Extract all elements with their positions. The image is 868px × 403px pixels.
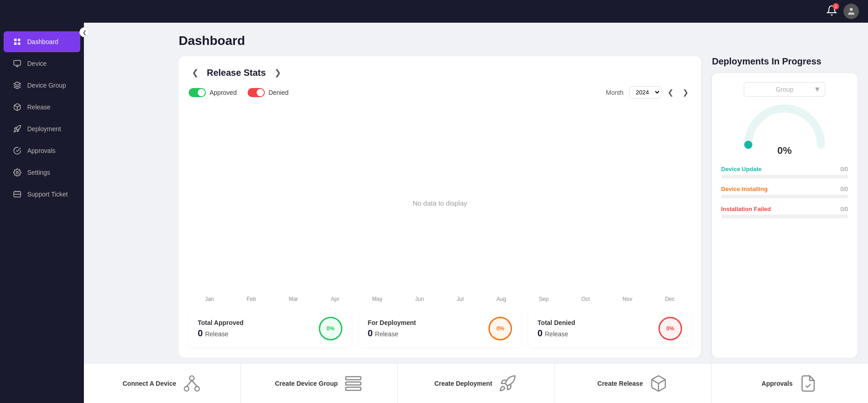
layers-icon	[13, 81, 22, 90]
svg-rect-5	[14, 60, 21, 65]
check-circle-icon	[13, 146, 22, 155]
sidebar-item-label: Settings	[27, 169, 50, 176]
create-device-group-label: Create Device Group	[275, 380, 338, 387]
create-deployment-label: Create Deployment	[434, 380, 493, 387]
sidebar-item-label: Device Group	[27, 82, 66, 89]
sidebar: ROTA Dashboard Device Device Group Rele	[0, 0, 84, 403]
denied-toggle[interactable]	[248, 88, 265, 97]
x-label-oct: Oct	[581, 296, 590, 302]
prev-arrow[interactable]: ❮	[189, 66, 201, 79]
x-label-jul: Jul	[457, 296, 463, 302]
x-label-mar: Mar	[289, 296, 298, 302]
stat-card-deployment: For Deployment 0 Release 0%	[359, 310, 522, 348]
group-select-container: Group ▼	[744, 82, 825, 97]
progress-label-device-update: Device Update	[721, 166, 762, 172]
connect-device-action[interactable]: Connect A Device	[84, 364, 241, 403]
ticket-icon	[13, 190, 22, 199]
x-label-apr: Apr	[331, 296, 340, 302]
x-label-nov: Nov	[623, 296, 632, 302]
sidebar-item-label: Device	[27, 60, 47, 67]
x-label-may: May	[372, 296, 383, 302]
sidebar-item-device-group[interactable]: Device Group	[4, 75, 80, 96]
chart-controls: Approved Denied Month 2024 ❮ ❯	[189, 86, 691, 98]
progress-count-install-failed: 0/0	[840, 206, 848, 212]
gauge-chart	[744, 104, 825, 149]
connect-device-icon	[182, 374, 202, 393]
x-label-dec: Dec	[665, 296, 674, 302]
no-data-text: No data to display	[413, 199, 467, 206]
svg-rect-4	[18, 43, 20, 45]
sidebar-item-label: Support Ticket	[27, 191, 68, 198]
sidebar-item-dashboard[interactable]: Dashboard	[4, 31, 80, 52]
notification-badge: 1	[833, 3, 839, 10]
stat-card-approved: Total Approved 0 Release 0%	[189, 310, 351, 348]
monitor-icon	[13, 59, 22, 68]
content-row: ❮ Release Stats ❯ Approved	[179, 56, 857, 358]
topbar: 1	[0, 0, 868, 23]
svg-line-17	[192, 380, 197, 386]
date-controls: Month 2024 ❮ ❯	[606, 86, 691, 98]
progress-count-device-installing: 0/0	[840, 186, 848, 192]
deployments-card: Group ▼ 0%	[712, 73, 857, 358]
create-release-label: Create Release	[597, 380, 643, 387]
x-label-jan: Jan	[205, 296, 214, 302]
chart-x-axis: Jan Feb Mar Apr May Jun Jul Aug Sep Oct …	[189, 292, 691, 302]
x-label-sep: Sep	[539, 296, 548, 302]
svg-line-16	[186, 380, 192, 386]
svg-point-15	[195, 386, 199, 391]
create-release-action[interactable]: Create Release	[555, 364, 712, 403]
create-deployment-icon	[497, 374, 517, 393]
sidebar-item-support[interactable]: Support Ticket	[4, 184, 80, 205]
sidebar-collapse-button[interactable]: ❮	[79, 27, 89, 37]
progress-item-device-update: Device Update 0/0	[721, 166, 848, 178]
release-stats-card: ❮ Release Stats ❯ Approved	[179, 56, 701, 358]
approvals-icon	[798, 374, 818, 393]
sidebar-item-approvals[interactable]: Approvals	[4, 140, 80, 161]
svg-rect-20	[346, 387, 361, 390]
stat-value-approved: 0 Release	[198, 328, 244, 339]
notification-button[interactable]: 1	[826, 5, 837, 18]
avatar[interactable]	[844, 4, 859, 19]
x-label-jun: Jun	[415, 296, 424, 302]
svg-point-13	[190, 376, 194, 380]
right-panel: Deployments In Progress Group ▼	[712, 56, 857, 358]
denied-label: Denied	[268, 89, 288, 96]
create-device-group-action[interactable]: Create Device Group	[241, 364, 398, 403]
stat-label-denied: Total Denied	[537, 319, 575, 326]
stat-circle-denied: 0%	[658, 317, 682, 340]
stat-circle-approved: 0%	[319, 317, 342, 340]
group-select[interactable]: Group	[744, 82, 825, 97]
svg-rect-3	[14, 43, 16, 45]
approved-label: Approved	[210, 89, 237, 96]
sidebar-item-deployment[interactable]: Deployment	[4, 118, 80, 139]
sidebar-item-release[interactable]: Release	[4, 97, 80, 118]
svg-point-0	[850, 8, 853, 11]
approved-toggle[interactable]	[189, 88, 206, 97]
toggles: Approved Denied	[189, 88, 288, 97]
rocket-icon	[13, 124, 22, 133]
next-arrow[interactable]: ❯	[271, 66, 284, 79]
progress-bar-device-update-bg	[721, 175, 848, 178]
sidebar-item-settings[interactable]: Settings	[4, 162, 80, 183]
main-content: Dashboard ❮ Release Stats ❯ Approved	[168, 23, 868, 403]
svg-rect-1	[14, 39, 16, 41]
stat-circle-deployment: 0%	[488, 317, 512, 340]
create-deployment-action[interactable]: Create Deployment	[398, 364, 555, 403]
year-select[interactable]: 2024	[629, 86, 661, 98]
stat-card-denied: Total Denied 0 Release 0%	[528, 310, 691, 348]
stat-label-approved: Total Approved	[198, 319, 244, 326]
approvals-label: Approvals	[761, 380, 792, 387]
topbar-icons: 1	[826, 4, 859, 19]
date-prev[interactable]: ❮	[665, 87, 676, 98]
chart-area: No data to display Jan Feb Mar Apr May J…	[189, 103, 691, 302]
sidebar-nav: Dashboard Device Device Group Release De	[0, 26, 84, 403]
date-next[interactable]: ❯	[680, 87, 691, 98]
sidebar-item-device[interactable]: Device	[4, 53, 80, 74]
page-title: Dashboard	[179, 34, 857, 48]
svg-rect-2	[18, 39, 20, 41]
gauge-container: 0%	[721, 104, 848, 157]
approvals-action[interactable]: Approvals	[712, 364, 868, 403]
sidebar-item-label: Release	[27, 103, 50, 111]
progress-label-device-installing: Device Installing	[721, 186, 768, 192]
progress-bar-failed-bg	[721, 215, 848, 218]
